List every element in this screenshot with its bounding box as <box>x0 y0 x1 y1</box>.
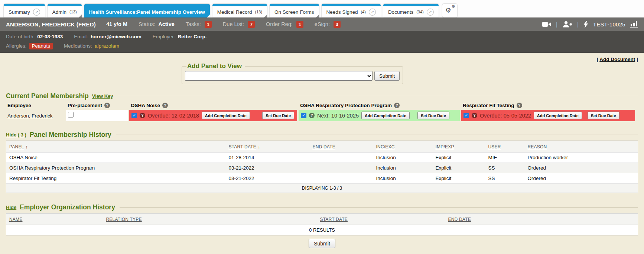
sort-inc-exc-link[interactable]: INC/EXC <box>376 144 395 149</box>
help-icon[interactable] <box>140 113 145 118</box>
cell-start-date: 03-21-2022 <box>226 173 310 184</box>
table-row: OSHA Noise 01-28-2014 Inclusion Explicit… <box>6 152 638 163</box>
popout-icon[interactable] <box>427 9 434 16</box>
set-due-date-button[interactable]: Set Due Date <box>262 112 294 119</box>
patient-details-bar: Date of birth: 02-08-1983 Email: horner@… <box>0 31 644 53</box>
cell-start-date: 01-28-2014 <box>226 152 310 163</box>
hide-panel-history-link[interactable]: Hide ( 3 ) <box>6 132 26 138</box>
due-list-label: Due List: <box>223 21 244 27</box>
cell-reason: Ordered <box>525 173 638 184</box>
resp-program-status: Next: 10-16-2025 <box>317 113 359 119</box>
tab-on-screen-forms[interactable]: On Screen Forms <box>270 4 319 17</box>
tab-summary-label: Summary <box>9 9 30 15</box>
resp-program-checkbox[interactable] <box>301 113 306 118</box>
cell-reason: Production worker <box>525 152 638 163</box>
due-list-badge[interactable]: 7 <box>248 21 255 28</box>
add-document-link[interactable]: Add Document <box>599 57 635 62</box>
osha-noise-status-cell: Overdue: 12-02-2018 Add Completion Date … <box>129 110 297 121</box>
osha-noise-checkbox[interactable] <box>131 113 137 118</box>
cell-end-date <box>310 152 373 163</box>
tab-medical-record[interactable]: Medical Record (13) <box>212 4 267 17</box>
tab-documents[interactable]: Documents (34) <box>383 4 439 17</box>
help-icon[interactable] <box>394 103 400 108</box>
table-footer-row: DISPLAYING 1-3 / 3 <box>6 184 638 193</box>
chart-icon[interactable] <box>630 21 638 28</box>
cell-inc-exc: Inclusion <box>373 152 433 163</box>
allergy-badge[interactable]: Peanuts <box>29 43 53 49</box>
employer-history-table: NAME RELATION TYPE START DATE END DATE 0… <box>6 213 638 235</box>
tab-needs-signed-count: (4) <box>361 10 365 14</box>
col-fit-testing: Respirator Fit Testing <box>463 103 514 108</box>
set-due-date-button[interactable]: Set Due Date <box>417 112 449 119</box>
popout-icon[interactable] <box>33 9 40 16</box>
video-camera-icon[interactable] <box>542 22 551 27</box>
status-label: Status: <box>139 21 155 27</box>
tab-admin-count: (13) <box>69 10 77 14</box>
help-icon[interactable] <box>517 103 522 108</box>
tab-needs-signed[interactable]: Needs Signed (4) <box>322 4 381 17</box>
add-completion-date-button[interactable]: Add Completion Date <box>361 112 410 119</box>
table-row: Respirator Fit Testing 03-21-2022 Inclus… <box>6 173 638 184</box>
sort-reason-link[interactable]: REASON <box>528 144 547 149</box>
fit-testing-checkbox[interactable] <box>464 113 469 118</box>
col-resp-program: OSHA Respiratory Protection Program <box>300 103 392 108</box>
table-row: 0 RESULTS <box>6 225 638 235</box>
esign-badge[interactable]: 3 <box>334 21 341 28</box>
current-panel-table: Employee Pre-placement OSHA Noise OSHA R… <box>4 100 637 121</box>
tasks-badge[interactable]: 1 <box>205 21 212 28</box>
sort-ascending-icon[interactable] <box>24 143 27 149</box>
add-completion-date-button[interactable]: Add Completion Date <box>202 112 250 119</box>
set-due-date-button[interactable]: Set Due Date <box>588 112 619 119</box>
employer-history-header-row: NAME RELATION TYPE START DATE END DATE <box>6 213 638 225</box>
sort-start-date-link[interactable]: START DATE <box>229 144 256 149</box>
sort-relation-type-link[interactable]: RELATION TYPE <box>106 217 142 222</box>
sort-end-date-link[interactable]: END DATE <box>313 144 335 149</box>
employer-history-section: Hide Employer Organization History NAME … <box>6 203 638 235</box>
cell-user: SS <box>485 173 525 184</box>
fit-testing-status: Overdue: 05-05-2022 <box>480 113 531 119</box>
order-req-badge[interactable]: 1 <box>296 21 303 28</box>
view-key-link[interactable]: View Key <box>92 93 113 99</box>
bottom-submit-button[interactable]: Submit <box>309 239 335 248</box>
help-icon[interactable] <box>472 113 477 118</box>
tab-admin[interactable]: Admin (13) <box>48 4 82 17</box>
add-panel-legend: Add Panel to View <box>186 62 245 70</box>
sort-name-link[interactable]: NAME <box>9 217 22 222</box>
popout-icon[interactable] <box>369 9 376 16</box>
tab-documents-label: Documents <box>388 9 413 15</box>
add-completion-date-button[interactable]: Add Completion Date <box>534 112 582 119</box>
cell-imp-exp: Explicit <box>433 173 485 184</box>
tab-bar: Summary Admin (13) Health Surveillance:P… <box>0 0 644 17</box>
cell-end-date <box>310 163 373 173</box>
help-icon[interactable] <box>162 103 168 108</box>
tab-on-screen-forms-label: On Screen Forms <box>274 9 314 15</box>
sort-user-link[interactable]: USER <box>488 144 501 149</box>
help-icon[interactable] <box>104 103 110 108</box>
sort-descending-icon[interactable] <box>256 143 260 149</box>
employee-link[interactable]: Anderson, Frederick <box>7 113 53 119</box>
panel-history-title: Panel Membership History <box>30 131 111 139</box>
tab-health-surveillance[interactable]: Health Surveillance:Panel Membership Ove… <box>84 4 210 17</box>
panel-select[interactable] <box>185 71 373 81</box>
cell-panel: OSHA Noise <box>6 152 226 163</box>
sort-end-date-link[interactable]: END DATE <box>448 217 471 222</box>
tab-summary[interactable]: Summary <box>4 4 45 17</box>
add-document-row: |Add Document| <box>596 57 638 62</box>
settings-gears-button[interactable] <box>442 4 457 17</box>
medications-value[interactable]: alprazolam <box>95 43 119 49</box>
cell-inc-exc: Inclusion <box>373 173 433 184</box>
employer-history-title: Employer Organization History <box>20 203 115 211</box>
sort-panel-link[interactable]: PANEL <box>9 144 24 149</box>
patient-details-row-1: Date of birth: 02-08-1983 Email: horner@… <box>0 32 644 41</box>
status-value: Active <box>158 21 175 27</box>
pre-placement-checkbox[interactable] <box>68 112 74 118</box>
lightning-bolt-icon[interactable] <box>583 21 588 28</box>
tab-medical-record-label: Medical Record <box>217 9 252 15</box>
patient-header-bar: ANDERSON, FREDERICK (FRED) 41 y/o M Stat… <box>0 17 644 31</box>
add-panel-submit-button[interactable]: Submit <box>374 71 400 81</box>
sort-imp-exp-link[interactable]: IMP/EXP <box>436 144 454 149</box>
hide-employer-history-link[interactable]: Hide <box>6 205 16 210</box>
help-icon[interactable] <box>309 113 315 118</box>
sort-start-date-link[interactable]: START DATE <box>320 217 348 222</box>
add-person-icon[interactable] <box>562 21 572 28</box>
